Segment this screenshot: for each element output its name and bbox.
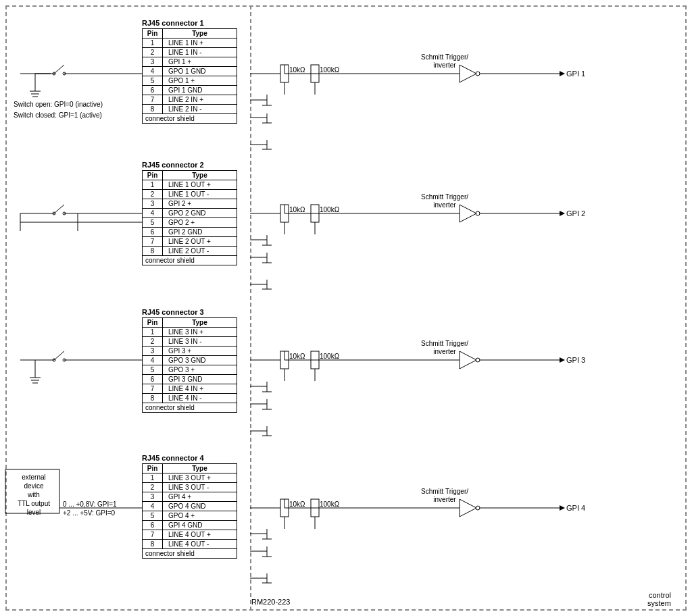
connector-2-table: Pin Type 1LINE 1 OUT + 2LINE 1 OUT - 3GP… <box>142 170 237 265</box>
table-row: 2LINE 1 IN - <box>143 48 237 57</box>
col-type-header: Type <box>163 318 237 328</box>
table-row: connector shield <box>143 256 237 265</box>
table-row: 2LINE 1 OUT - <box>143 190 237 199</box>
table-row: 6GPI 2 GND <box>143 228 237 237</box>
connector-4-table: Pin Type 1LINE 3 OUT + 2LINE 3 OUT - 3GP… <box>142 463 237 559</box>
connector-2-title: RJ45 connector 2 <box>142 161 237 169</box>
table-row: 8LINE 4 IN - <box>143 394 237 403</box>
outer-border <box>5 5 687 611</box>
connector-3-title: RJ45 connector 3 <box>142 308 237 316</box>
table-row: 4GPO 1 GND <box>143 67 237 76</box>
col-pin-header: Pin <box>143 29 163 38</box>
table-row: 5GPO 4 + <box>143 511 237 521</box>
connector-4-title: RJ45 connector 4 <box>142 454 237 462</box>
table-row: 2LINE 3 IN - <box>143 337 237 346</box>
table-row: 3GPI 3 + <box>143 346 237 356</box>
table-row: 1LINE 3 OUT + <box>143 473 237 483</box>
connector-1-table: Pin Type 1LINE 1 IN + 2LINE 1 IN - 3GPI … <box>142 28 237 124</box>
table-row: 5GPO 2 + <box>143 218 237 228</box>
table-row: 3GPI 1 + <box>143 57 237 67</box>
col-type-header: Type <box>163 171 237 180</box>
connector-1-section: RJ45 connector 1 Pin Type 1LINE 1 IN + 2… <box>142 19 237 124</box>
table-row: connector shield <box>143 549 237 559</box>
col-type-header: Type <box>163 464 237 473</box>
connector-3-table: Pin Type 1LINE 3 IN + 2LINE 3 IN - 3GPI … <box>142 317 237 413</box>
table-row: 2LINE 3 OUT - <box>143 483 237 492</box>
connector-4-section: RJ45 connector 4 Pin Type 1LINE 3 OUT + … <box>142 454 237 559</box>
diagram: 10kΩ 100kΩ GPI 1 Schmitt Trigger/ invert… <box>0 0 692 616</box>
table-row: 8LINE 2 IN - <box>143 105 237 114</box>
table-row: 4GPO 2 GND <box>143 209 237 218</box>
table-row: connector shield <box>143 403 237 413</box>
table-row: 3GPI 4 + <box>143 492 237 502</box>
table-row: 8LINE 2 OUT - <box>143 247 237 256</box>
col-pin-header: Pin <box>143 464 163 473</box>
connector-1-title: RJ45 connector 1 <box>142 19 237 27</box>
table-row: 7LINE 2 IN + <box>143 95 237 105</box>
connector-3-section: RJ45 connector 3 Pin Type 1LINE 3 IN + 2… <box>142 308 237 413</box>
voltage-notes: 0 ... +0,8V: GPI=1+2 ... +5V: GPI=0 <box>63 500 117 517</box>
switch-note-1: Switch open: GPI=0 (inactive) Switch clo… <box>14 100 103 120</box>
vertical-divider <box>250 5 251 611</box>
table-row: connector shield <box>143 114 237 124</box>
table-row: 4GPO 4 GND <box>143 502 237 511</box>
table-row: 6GPI 4 GND <box>143 521 237 530</box>
table-row: 7LINE 4 OUT + <box>143 530 237 540</box>
external-device-label: externaldevicewithTTL outputlevel <box>7 473 61 517</box>
table-row: 6GPI 1 GND <box>143 86 237 95</box>
table-row: 4GPO 3 GND <box>143 356 237 365</box>
connector-2-section: RJ45 connector 2 Pin Type 1LINE 1 OUT + … <box>142 161 237 265</box>
table-row: 1LINE 1 IN + <box>143 38 237 48</box>
table-row: 1LINE 1 OUT + <box>143 180 237 190</box>
col-pin-header: Pin <box>143 318 163 328</box>
table-row: 5GPO 1 + <box>143 76 237 86</box>
table-row: 6GPI 3 GND <box>143 375 237 384</box>
col-pin-header: Pin <box>143 171 163 180</box>
table-row: 7LINE 2 OUT + <box>143 237 237 247</box>
col-type-header: Type <box>163 29 237 38</box>
table-row: 3GPI 2 + <box>143 199 237 209</box>
table-row: 8LINE 4 OUT - <box>143 540 237 549</box>
table-row: 1LINE 3 IN + <box>143 328 237 337</box>
table-row: 5GPO 3 + <box>143 365 237 375</box>
table-row: 7LINE 4 IN + <box>143 384 237 394</box>
